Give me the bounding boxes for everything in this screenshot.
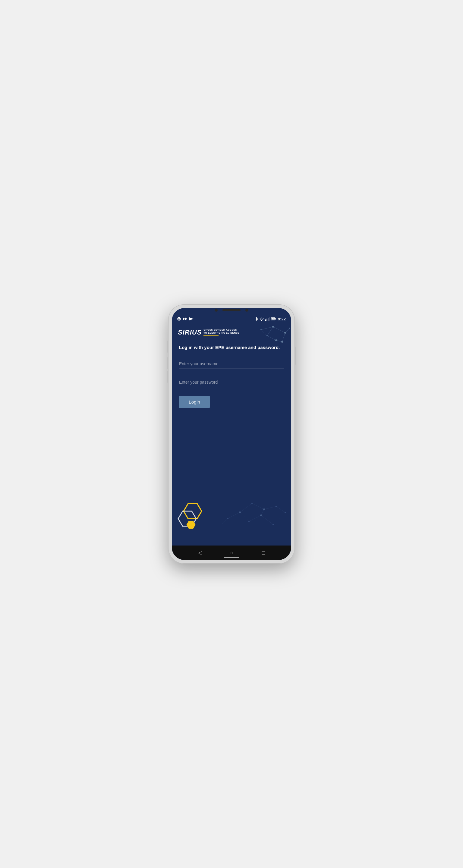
svg-line-31 (249, 516, 261, 521)
signal-icon (265, 317, 270, 321)
svg-point-46 (263, 508, 265, 510)
logo-tagline-line1: CROSS-BORDER ACCESS (204, 329, 239, 332)
status-time: 9:22 (278, 317, 286, 321)
bottom-decoration (172, 497, 291, 546)
svg-rect-7 (267, 318, 267, 321)
phone-device: 9:22 (168, 304, 295, 564)
sensor (245, 309, 248, 312)
app-header: SIRIUS CROSS-BORDER ACCESS TO ELECTRONIC… (172, 324, 291, 339)
earpiece-speaker (222, 309, 241, 311)
svg-line-36 (264, 506, 276, 509)
svg-rect-11 (276, 318, 276, 319)
wifi-icon (259, 317, 264, 321)
status-right-icons: 9:22 (255, 317, 286, 321)
svg-point-5 (261, 320, 262, 321)
forward-icon (183, 317, 187, 321)
svg-rect-8 (268, 318, 269, 321)
svg-point-42 (248, 521, 250, 522)
svg-marker-3 (185, 317, 187, 320)
logo-tagline-line2: TO ELECTRONIC EVIDENCE (204, 332, 239, 335)
svg-point-1 (179, 318, 180, 320)
home-button[interactable]: ○ (230, 550, 234, 556)
login-form: Log in with your EPE username and passwo… (172, 339, 291, 413)
svg-point-44 (273, 524, 274, 525)
front-camera (215, 309, 218, 312)
play-icon (189, 317, 193, 321)
svg-point-48 (284, 512, 286, 513)
svg-line-37 (276, 506, 285, 513)
svg-point-47 (276, 506, 277, 507)
record-icon (177, 317, 181, 321)
app-content: SIRIUS CROSS-BORDER ACCESS TO ELECTRONIC… (172, 324, 291, 546)
login-button[interactable]: Login (179, 396, 210, 408)
password-input[interactable] (179, 377, 284, 387)
phone-screen: 9:22 (172, 308, 291, 560)
svg-point-41 (239, 512, 241, 513)
svg-line-29 (228, 513, 240, 518)
svg-line-33 (240, 503, 252, 513)
svg-marker-4 (189, 317, 193, 320)
logo-tagline: CROSS-BORDER ACCESS TO ELECTRONIC EVIDEN… (204, 329, 239, 336)
hexagon-svg (177, 502, 204, 529)
svg-rect-6 (265, 319, 266, 321)
logo-area: SIRIUS CROSS-BORDER ACCESS TO ELECTRONIC… (178, 329, 285, 336)
battery-icon (271, 317, 276, 321)
logo-underline (204, 336, 219, 336)
svg-point-43 (260, 515, 262, 516)
svg-line-32 (261, 516, 273, 524)
status-left-icons (177, 317, 193, 321)
recents-button[interactable]: □ (261, 550, 265, 556)
login-title: Log in with your EPE username and passwo… (179, 344, 284, 350)
svg-marker-2 (183, 317, 185, 320)
svg-line-38 (273, 513, 285, 524)
svg-line-35 (261, 509, 264, 516)
fingerprint-bar (224, 557, 239, 558)
svg-line-34 (252, 503, 264, 509)
svg-point-45 (251, 503, 253, 504)
back-button[interactable]: ◁ (198, 550, 202, 556)
svg-point-40 (227, 518, 228, 519)
notch-area (172, 308, 291, 313)
spacer (172, 413, 291, 497)
svg-rect-9 (269, 317, 270, 321)
hexagon-decoration (177, 502, 204, 530)
svg-line-39 (222, 518, 228, 524)
constellation-bottom-decoration (219, 497, 291, 533)
username-input[interactable] (179, 359, 284, 369)
bluetooth-icon (255, 317, 258, 321)
svg-line-30 (240, 513, 249, 521)
logo-brand: SIRIUS (178, 329, 202, 336)
status-bar: 9:22 (172, 313, 291, 324)
